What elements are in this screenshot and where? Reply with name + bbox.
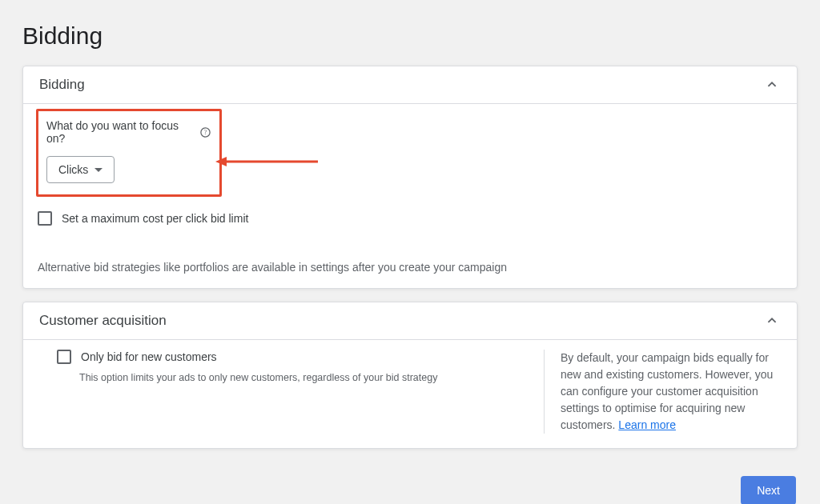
next-button[interactable]: Next — [741, 476, 796, 504]
collapse-icon[interactable] — [763, 76, 781, 94]
footer: Next — [22, 462, 798, 504]
customer-info-panel: By default, your campaign bids equally f… — [544, 350, 784, 434]
annotation-highlight: What do you want to focus on? ? Clicks — [36, 109, 222, 197]
svg-text:?: ? — [204, 129, 207, 136]
dropdown-arrow-icon — [94, 168, 102, 172]
focus-on-label: What do you want to focus on? — [46, 119, 195, 145]
focus-on-selected-value: Clicks — [58, 163, 88, 176]
max-cpc-checkbox-label: Set a maximum cost per click bid limit — [62, 212, 248, 225]
max-cpc-checkbox[interactable] — [38, 211, 52, 226]
alternative-strategies-text: Alternative bid strategies like portfoli… — [38, 261, 784, 274]
svg-marker-3 — [215, 157, 227, 166]
only-new-customers-helper: This option limits your ads to only new … — [79, 372, 528, 383]
customer-card-title: Customer acquisition — [39, 313, 167, 329]
only-new-customers-label: Only bid for new customers — [81, 350, 217, 363]
help-icon[interactable]: ? — [199, 126, 211, 138]
bidding-card-header[interactable]: Bidding — [23, 66, 797, 104]
annotation-arrow — [215, 154, 320, 170]
learn-more-link[interactable]: Learn more — [618, 418, 676, 431]
customer-card-body: Only bid for new customers This option l… — [23, 340, 797, 448]
customer-card-header[interactable]: Customer acquisition — [23, 302, 797, 340]
customer-acquisition-card: Customer acquisition Only bid for new cu… — [22, 302, 798, 449]
bidding-card: Bidding What do you want to focus on? ? … — [22, 66, 798, 289]
bidding-card-title: Bidding — [39, 77, 85, 93]
collapse-icon[interactable] — [763, 312, 781, 330]
focus-on-dropdown[interactable]: Clicks — [46, 156, 115, 183]
bidding-card-body: What do you want to focus on? ? Clicks — [23, 104, 797, 288]
only-new-customers-checkbox[interactable] — [57, 350, 71, 364]
page-title: Bidding — [22, 22, 798, 50]
